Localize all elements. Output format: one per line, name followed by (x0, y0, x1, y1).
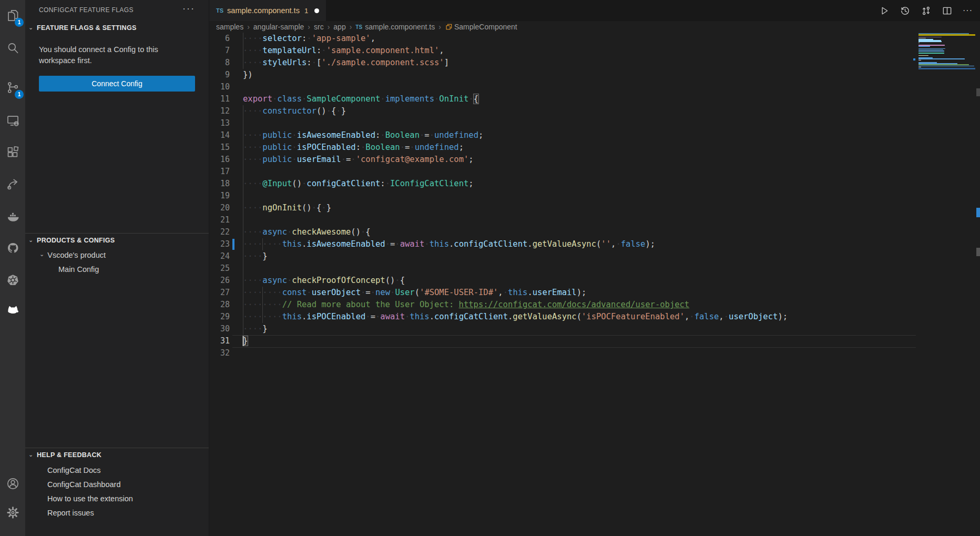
connect-config-button[interactable]: Connect Config (39, 76, 195, 92)
kubernetes-icon[interactable] (0, 270, 25, 290)
code-line[interactable]: 14····public·isAwesomeEnabled:·Boolean·=… (209, 129, 980, 141)
line-number[interactable]: 16 (209, 154, 230, 166)
token: : (307, 58, 311, 67)
more-actions-icon[interactable]: ··· (963, 6, 973, 15)
source-control-icon[interactable]: 1 (0, 77, 25, 97)
breadcrumb-item-symbol[interactable]: SampleComponent (445, 23, 517, 31)
section-help-feedback[interactable]: ⌄ HELP & FEEDBACK (25, 449, 209, 461)
tab-sample-component[interactable]: TS sample.component.ts 1 (209, 0, 326, 21)
accounts-icon[interactable] (0, 473, 25, 493)
minimap[interactable] (918, 33, 975, 91)
breadcrumb-item[interactable]: src› (314, 23, 333, 31)
code-line[interactable]: 30····} (209, 323, 980, 335)
line-number[interactable]: 30 (209, 323, 230, 335)
section-products-configs[interactable]: ⌄ PRODUCTS & CONFIGS (25, 235, 209, 246)
code-line[interactable]: 32 (209, 347, 980, 359)
section-feature-flags[interactable]: ⌄ FEATURE FLAGS & SETTINGS (25, 22, 209, 34)
line-number[interactable]: 10 (209, 81, 230, 93)
line-number[interactable]: 21 (209, 214, 230, 226)
line-number[interactable]: 29 (209, 311, 230, 323)
github-icon[interactable] (0, 238, 25, 258)
help-link-howto[interactable]: How to use the extension (47, 493, 133, 504)
breadcrumb-item[interactable]: app› (333, 23, 355, 31)
line-number[interactable]: 28 (209, 299, 230, 311)
code-line[interactable]: 17 (209, 166, 980, 178)
compare-changes-icon[interactable] (921, 5, 932, 16)
line-number[interactable]: 6 (209, 33, 230, 45)
live-share-icon[interactable] (0, 174, 25, 194)
code-line[interactable]: 8····styleUrls:·['./sample.component.scs… (209, 57, 980, 69)
search-icon[interactable] (0, 38, 25, 58)
code-line[interactable]: 15····public·isPOCEnabled:·Boolean·=·und… (209, 141, 980, 154)
tree-item-product[interactable]: ⌄ Vscode's product (25, 249, 223, 261)
help-link-docs[interactable]: ConfigCat Docs (47, 464, 101, 476)
docker-icon[interactable] (0, 206, 25, 226)
code-line[interactable]: 12····constructor()·{·} (209, 105, 980, 117)
run-icon[interactable] (879, 5, 890, 16)
code-line[interactable]: 21 (209, 214, 980, 226)
code-line[interactable]: 7····templateUrl:·'sample.component.html… (209, 45, 980, 57)
comment-link[interactable]: https://configcat.com/docs/advanced/user… (459, 300, 690, 309)
line-number[interactable]: 25 (209, 262, 230, 275)
code-line[interactable]: 10 (209, 81, 980, 93)
line-number[interactable]: 32 (209, 347, 230, 359)
code-line[interactable]: 31} (209, 335, 980, 347)
code-line[interactable]: 20····ngOnInit()·{·} (209, 202, 980, 214)
help-link-report[interactable]: Report issues (47, 507, 94, 519)
code-line[interactable]: 29········this.isPOCEnabled·=·await·this… (209, 311, 980, 323)
code-line[interactable]: 28········// Read more about the User Ob… (209, 299, 980, 311)
breadcrumb-item-file[interactable]: TS sample.component.ts› (355, 23, 445, 31)
overview-ruler[interactable] (976, 0, 980, 536)
code-line[interactable]: 18····@Input()·configCatClient:·IConfigC… (209, 178, 980, 190)
code-line[interactable]: 22····async·checkAwesome()·{ (209, 226, 980, 238)
line-number[interactable]: 17 (209, 166, 230, 178)
token: this (508, 288, 527, 297)
code-line[interactable]: 9}) (209, 69, 980, 81)
more-actions-icon[interactable]: ··· (182, 3, 195, 14)
explorer-icon[interactable]: 1 (0, 5, 25, 25)
line-number[interactable]: 20 (209, 202, 230, 214)
token: async (262, 276, 287, 285)
code-line[interactable]: 24····} (209, 250, 980, 262)
unsaved-dot-icon[interactable] (314, 8, 319, 13)
remote-explorer-icon[interactable] (0, 110, 25, 130)
settings-gear-icon[interactable] (0, 502, 25, 522)
code-line[interactable]: 11export·class·SampleComponent·implement… (209, 93, 980, 105)
line-number[interactable]: 18 (209, 178, 230, 190)
timeline-history-icon[interactable] (900, 5, 911, 16)
minimap-modified-mark (913, 58, 915, 60)
breadcrumb-item[interactable]: samples› (216, 23, 253, 31)
code-line[interactable]: 23········this.isAwesomeEnabled·=·await·… (209, 238, 980, 250)
code-line[interactable]: 6····selector:·'app-sample', (209, 33, 980, 45)
line-number[interactable]: 22 (209, 226, 230, 238)
token: ( (596, 239, 601, 249)
token: '#SOME-USER-ID#' (420, 288, 498, 297)
code-line[interactable]: 26····async·checkProofOfConcept()·{ (209, 275, 980, 287)
code-line[interactable]: 16····public·userEmail·=·'configcat@exam… (209, 154, 980, 166)
extensions-icon[interactable] (0, 142, 25, 162)
line-number[interactable]: 19 (209, 190, 230, 202)
configcat-icon[interactable] (0, 299, 25, 319)
line-number[interactable]: 7 (209, 45, 230, 57)
line-number[interactable]: 23 (209, 238, 230, 250)
split-editor-icon[interactable] (942, 5, 953, 16)
line-number[interactable]: 26 (209, 275, 230, 287)
code-line[interactable]: 25 (209, 262, 980, 275)
line-number[interactable]: 27 (209, 287, 230, 299)
line-number[interactable]: 14 (209, 129, 230, 141)
token: · (400, 143, 405, 152)
indent-guide (243, 190, 243, 202)
code-line[interactable]: 13 (209, 117, 980, 129)
breadcrumb-item[interactable]: angular-sample› (253, 23, 314, 31)
line-number[interactable]: 24 (209, 250, 230, 262)
help-link-dashboard[interactable]: ConfigCat Dashboard (47, 479, 120, 490)
line-number[interactable]: 12 (209, 105, 230, 117)
line-number[interactable]: 31 (209, 335, 230, 347)
code-line[interactable]: 27········const·userObject·=·new·User('#… (209, 287, 980, 299)
line-number[interactable]: 11 (209, 93, 230, 105)
line-number[interactable]: 8 (209, 57, 230, 69)
code-line[interactable]: 19 (209, 190, 980, 202)
line-number[interactable]: 15 (209, 141, 230, 154)
line-number[interactable]: 9 (209, 69, 230, 81)
line-number[interactable]: 13 (209, 117, 230, 129)
